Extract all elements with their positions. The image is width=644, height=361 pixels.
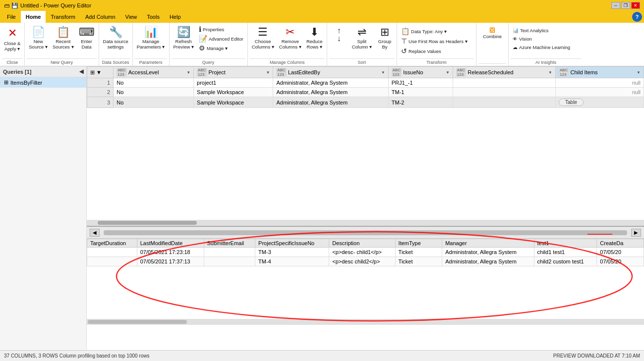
- reduce-rows-label: ReduceRows ▾: [306, 39, 323, 50]
- col-header-createda[interactable]: CreateDa: [597, 239, 644, 248]
- col-header-childitems[interactable]: ABC123 Child Items ▼: [556, 67, 644, 78]
- title-bar: 🗃 💾 Untitled - Power Query Editor – ❐ ✕: [0, 0, 644, 11]
- bottom-scrollbar[interactable]: [87, 319, 644, 325]
- choose-columns-button[interactable]: ☰ ChooseColumns ▾: [250, 25, 276, 52]
- close-apply-button[interactable]: ✕ Close &Apply ▾: [2, 25, 22, 53]
- cell-childitems-3[interactable]: Table: [556, 97, 644, 108]
- text-analytics-button[interactable]: 📊 Text Analytics: [511, 27, 551, 34]
- azure-ml-label: Azure Machine Learning: [519, 45, 570, 50]
- col-header-manager[interactable]: Manager: [442, 239, 534, 248]
- collapse-sidebar-icon[interactable]: ◀: [79, 68, 83, 75]
- reduce-rows-button[interactable]: ⬇ ReduceRows ▾: [304, 25, 325, 52]
- col-header-targetduration[interactable]: TargetDuration: [87, 239, 137, 248]
- col-header-lastmodifieddate[interactable]: LastModifiedDate: [137, 239, 204, 248]
- enter-data-label: EnterData: [81, 39, 92, 50]
- col-header-itemtype[interactable]: ItemType: [395, 239, 442, 248]
- use-first-row-button[interactable]: ⊤ Use First Row as Headers ▾: [399, 37, 469, 46]
- row-num-3: 3: [87, 97, 114, 108]
- nav-right-button[interactable]: ▶: [631, 229, 641, 237]
- table-expand-button[interactable]: Table: [559, 99, 584, 106]
- cell-targetduration-1: [87, 248, 137, 257]
- filter-issueno-icon[interactable]: ▼: [446, 70, 450, 75]
- manage-parameters-button[interactable]: 📊 ManageParameters ▾: [135, 25, 167, 52]
- filter-project-icon[interactable]: ▼: [266, 70, 270, 75]
- cell-project-2: Sample Workspace: [194, 88, 273, 97]
- col-header-lasteditedby[interactable]: ABC123 LastEditedBy ▼: [273, 67, 388, 78]
- nav-scrollbar[interactable]: [104, 230, 627, 235]
- close-button[interactable]: ✕: [631, 2, 640, 9]
- filter-childitems-icon[interactable]: ▼: [637, 70, 641, 75]
- replace-values-button[interactable]: ↺ Replace Values: [399, 47, 443, 55]
- col-header-submitteremail[interactable]: SubmitterEmail: [204, 239, 255, 248]
- advanced-editor-button[interactable]: 📝 Advanced Editor: [197, 34, 245, 43]
- tab-home[interactable]: Home: [21, 11, 46, 23]
- help-icon[interactable]: ?: [632, 12, 642, 22]
- col-header-test1[interactable]: test1: [534, 239, 597, 248]
- vision-icon: 👁: [513, 36, 518, 42]
- manage-parameters-icon: 📊: [144, 27, 158, 38]
- main-table-container[interactable]: ⊞ ▼ ABC123 AccessLevel ▼: [87, 66, 644, 220]
- col-header-description[interactable]: Description: [329, 239, 395, 248]
- col-header-project[interactable]: ABC123 Project ▼: [194, 67, 273, 78]
- properties-button[interactable]: ℹ Properties: [197, 25, 245, 34]
- manage-button[interactable]: ⚙ Manage ▾: [197, 44, 245, 52]
- restore-button[interactable]: ❐: [621, 2, 630, 9]
- recent-sources-button[interactable]: 📋 RecentSources ▾: [51, 25, 76, 52]
- ribbon-group-ai-insights: 📊 Text Analytics 👁 Vision ☁ Azure Machin…: [509, 23, 583, 66]
- combine-group-label: [478, 63, 506, 66]
- remove-columns-button[interactable]: ✂ RemoveColumns ▾: [277, 25, 303, 52]
- col-header-projectspecificissueno[interactable]: ProjectSpecificIssueNo: [255, 239, 329, 248]
- data-type-button[interactable]: 📋 Data Type: Any ▾: [399, 27, 449, 36]
- tab-tools[interactable]: Tools: [142, 11, 165, 23]
- data-type-label: Data Type: Any ▾: [411, 29, 447, 34]
- filter-accesslevel-icon[interactable]: ▼: [186, 70, 190, 75]
- nav-left-button[interactable]: ◀: [90, 229, 100, 237]
- tab-view[interactable]: View: [120, 11, 142, 23]
- status-right: PREVIEW DOWNLOADED AT 7:10 AM: [553, 353, 640, 359]
- split-column-button[interactable]: ⇌ SplitColumn ▾: [350, 25, 374, 52]
- sidebar-item-itemsbyfilter[interactable]: ⊞ ItemsByFilter: [0, 77, 86, 88]
- ribbon-group-sort: ↑↓ ⇌ SplitColumn ▾ ⊞ GroupBy Sort: [327, 23, 397, 66]
- ribbon-group-data-sources: 🔧 Data sourcesettings Data Sources: [99, 23, 133, 66]
- data-source-settings-button[interactable]: 🔧 Data sourcesettings: [101, 25, 130, 52]
- combine-icon: 🔀: [489, 27, 495, 33]
- cell-description-1: <p>desc- child1</p>: [329, 248, 395, 257]
- col-header-releasescheduled[interactable]: ABC123 ReleaseScheduled ▼: [453, 67, 555, 78]
- bottom-scroll-thumb[interactable]: [88, 320, 187, 324]
- title-text: Untitled - Power Query Editor: [20, 2, 91, 8]
- refresh-preview-button[interactable]: 🔄 RefreshPreview ▾: [172, 25, 196, 52]
- azure-ml-button[interactable]: ☁ Azure Machine Learning: [511, 44, 572, 51]
- tab-file[interactable]: File: [2, 11, 21, 23]
- choose-columns-label: ChooseColumns ▾: [252, 39, 274, 50]
- parameters-group-label: Parameters: [135, 58, 167, 66]
- enter-data-button[interactable]: ⌨ EnterData: [77, 25, 97, 52]
- cell-lastmodifieddate-1: 07/05/2021 17:23:18: [137, 248, 204, 257]
- group-by-button[interactable]: ⊞ GroupBy: [375, 25, 395, 52]
- cell-issueno-3: TM-2: [388, 97, 453, 108]
- sidebar-header: Queries [1] ◀: [0, 66, 86, 77]
- tab-help[interactable]: Help: [165, 11, 186, 23]
- filter-lasteditedby-icon[interactable]: ▼: [381, 70, 385, 75]
- bottom-table-container[interactable]: TargetDuration LastModifiedDate Submitte…: [87, 239, 644, 319]
- cell-createda-1: 07/05/20: [597, 248, 644, 257]
- scrollbar-thumb[interactable]: [98, 221, 197, 225]
- vision-button[interactable]: 👁 Vision: [511, 35, 534, 43]
- split-column-label: SplitColumn ▾: [352, 39, 372, 50]
- filter-releasescheduled-icon[interactable]: ▼: [548, 70, 552, 75]
- minimize-button[interactable]: –: [611, 2, 620, 9]
- tab-add-column[interactable]: Add Column: [80, 11, 120, 23]
- combine-button[interactable]: 🔀 Combine: [478, 25, 506, 42]
- new-source-button[interactable]: 📄 NewSource ▾: [27, 25, 50, 52]
- tab-transform[interactable]: Transform: [46, 11, 80, 23]
- sort-asc-button[interactable]: ↑↓: [329, 25, 349, 45]
- refresh-preview-label: RefreshPreview ▾: [174, 39, 194, 50]
- cell-project-1: project1: [194, 78, 273, 88]
- table-row: 3 No Sample Workspace Administrator, All…: [87, 97, 644, 108]
- col-header-issueno[interactable]: ABC123 IssueNo ▼: [388, 67, 453, 78]
- properties-icon: ℹ: [199, 26, 201, 33]
- main-table-scrollbar[interactable]: [87, 220, 644, 226]
- main-table: ⊞ ▼ ABC123 AccessLevel ▼: [87, 66, 644, 108]
- col-header-rownum: ⊞ ▼: [87, 67, 114, 78]
- col-header-accesslevel[interactable]: ABC123 AccessLevel ▼: [114, 67, 194, 78]
- cell-releasescheduled-1: [453, 78, 555, 88]
